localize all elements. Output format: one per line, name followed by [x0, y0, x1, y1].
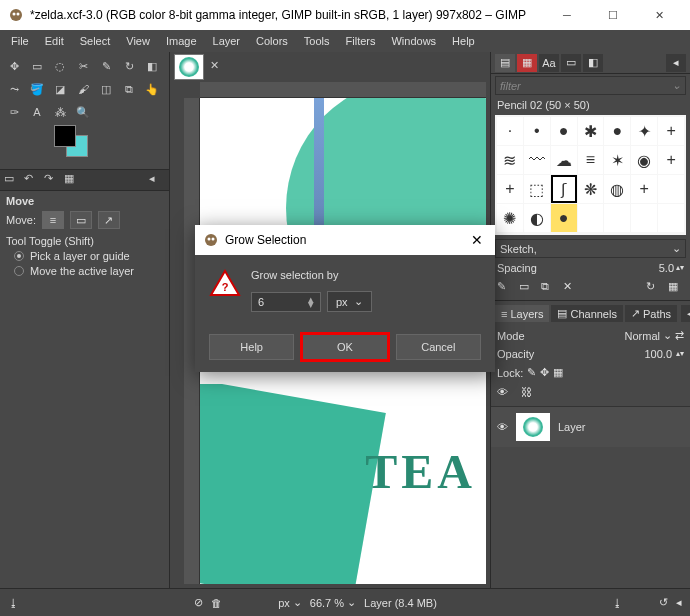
menu-colors[interactable]: Colors	[249, 33, 295, 49]
eye-icon[interactable]: 👁	[497, 386, 513, 402]
grow-amount-input[interactable]: 6 ▴▾	[251, 292, 321, 312]
move-mode-selection[interactable]: ▭	[70, 211, 92, 229]
window-maximize-button[interactable]: ☐	[590, 0, 636, 30]
radio-pick-layer[interactable]: Pick a layer or guide	[6, 250, 163, 262]
brush-actions: ✎ ▭ ⧉ ✕ ↻ ▦	[491, 276, 690, 301]
tab-tool-options-icon[interactable]: ▭	[4, 172, 20, 188]
ok-button[interactable]: OK	[302, 334, 387, 360]
edit-brush-icon[interactable]: ✎	[497, 280, 513, 296]
lock-position-icon[interactable]: ✥	[540, 366, 549, 379]
tool-move[interactable]: ✥	[4, 56, 24, 76]
tool-smudge[interactable]: 👆	[142, 79, 162, 99]
menu-edit[interactable]: Edit	[38, 33, 71, 49]
unit-select[interactable]: px ⌄	[327, 291, 372, 312]
chevron-down-icon: ⌄	[354, 295, 363, 308]
document-tab[interactable]	[174, 54, 204, 80]
tab-device-status-icon[interactable]: ↶	[24, 172, 40, 188]
unit-select[interactable]: px ⌄	[278, 596, 302, 609]
tab-gradients-icon[interactable]: ◧	[583, 54, 603, 72]
brush-grid[interactable]: ·•●✱●✦+ ≋〰☁≡✶◉+ +⬚ʃ❋◍+ ✺◐●	[495, 115, 686, 235]
tab-document-history-icon[interactable]: ▭	[561, 54, 581, 72]
spinner-arrows-icon[interactable]: ▴▾	[676, 265, 684, 271]
tab-patterns-icon[interactable]: ▦	[517, 54, 537, 72]
tab-layers[interactable]: ≡Layers	[495, 305, 549, 322]
move-mode-path[interactable]: ↗	[98, 211, 120, 229]
opacity-value[interactable]: 100.0	[644, 348, 672, 360]
menu-layer[interactable]: Layer	[206, 33, 248, 49]
duplicate-brush-icon[interactable]: ⧉	[541, 280, 557, 296]
menu-view[interactable]: View	[119, 33, 157, 49]
delete-brush-icon[interactable]: ✕	[563, 280, 579, 296]
status-close-icon[interactable]: 🗑	[211, 597, 222, 609]
spinner-arrows-icon[interactable]: ▴▾	[676, 351, 684, 357]
dock-menu-right-icon[interactable]: ◂	[666, 54, 686, 72]
open-as-image-icon[interactable]: ▦	[668, 280, 684, 296]
document-tabs: ✕	[170, 52, 490, 82]
tool-rect-select[interactable]: ▭	[27, 56, 47, 76]
close-tab-icon[interactable]: ✕	[210, 59, 226, 75]
link-icon[interactable]: ⛓	[521, 386, 537, 402]
tool-free-select[interactable]: ◌	[50, 56, 70, 76]
menu-select[interactable]: Select	[73, 33, 118, 49]
tab-brushes-icon[interactable]: ▤	[495, 54, 515, 72]
tool-text[interactable]: A	[27, 102, 47, 122]
tool-gradient[interactable]: ◪	[50, 79, 70, 99]
cancel-button[interactable]: Cancel	[396, 334, 481, 360]
tool-paths[interactable]: ✑	[4, 102, 24, 122]
tool-fuzzy-select[interactable]: ✂	[73, 56, 93, 76]
menu-filters[interactable]: Filters	[339, 33, 383, 49]
tab-paths[interactable]: ↗Paths	[625, 305, 677, 322]
dock-menu-bottom-icon[interactable]: ◂	[681, 305, 690, 322]
tab-undo-history-icon[interactable]: ↷	[44, 172, 60, 188]
tool-eraser[interactable]: ◫	[96, 79, 116, 99]
brush-preset-select[interactable]: Sketch, ⌄	[495, 239, 686, 258]
tool-clone[interactable]: ⧉	[119, 79, 139, 99]
status-save-icon[interactable]: ⭳	[8, 597, 19, 609]
right-dock-tabs-top: ▤ ▦ Aa ▭ ◧ ◂	[491, 52, 690, 74]
ruler-horizontal[interactable]	[200, 82, 486, 98]
tab-fonts-icon[interactable]: Aa	[539, 54, 559, 72]
radio-move-active[interactable]: Move the active layer	[6, 265, 163, 277]
zoom-select[interactable]: 66.7 % ⌄	[310, 596, 356, 609]
help-button[interactable]: Help	[209, 334, 294, 360]
status-reset-icon[interactable]: ↺	[659, 596, 668, 609]
brush-filter-input[interactable]: filter ⌄	[495, 76, 686, 95]
tool-color-picker[interactable]: ⁂	[50, 102, 70, 122]
eye-icon[interactable]: 👁	[497, 421, 508, 433]
new-brush-icon[interactable]: ▭	[519, 280, 535, 296]
status-download-icon[interactable]: ⭳	[612, 597, 623, 609]
dialog-close-button[interactable]: ✕	[467, 232, 487, 248]
svg-point-5	[212, 238, 215, 241]
tab-images-icon[interactable]: ▦	[64, 172, 80, 188]
layer-row[interactable]: 👁 Layer	[491, 407, 690, 447]
status-cancel-icon[interactable]: ⊘	[194, 596, 203, 609]
window-close-button[interactable]: ✕	[636, 0, 682, 30]
tool-paintbrush[interactable]: 🖌	[73, 79, 93, 99]
lock-pixels-icon[interactable]: ✎	[527, 366, 536, 379]
tool-measure[interactable]: 🔍	[73, 102, 93, 122]
window-minimize-button[interactable]: ─	[544, 0, 590, 30]
status-more-icon[interactable]: ◂	[676, 596, 682, 609]
menu-windows[interactable]: Windows	[384, 33, 443, 49]
tool-rotate[interactable]: ↻	[119, 56, 139, 76]
menu-tools[interactable]: Tools	[297, 33, 337, 49]
mode-switch-icon[interactable]: ⇄	[675, 329, 684, 342]
window-title: *zelda.xcf-3.0 (RGB color 8-bit gamma in…	[30, 8, 544, 22]
lock-alpha-icon[interactable]: ▦	[553, 366, 563, 379]
mode-select[interactable]: Normal ⌄ ⇄	[625, 329, 684, 342]
tool-crop[interactable]: ✎	[96, 56, 116, 76]
move-mode-layer[interactable]: ≡	[42, 211, 64, 229]
layer-name[interactable]: Layer	[558, 421, 586, 433]
menu-image[interactable]: Image	[159, 33, 204, 49]
tool-transform[interactable]: ◧	[142, 56, 162, 76]
spinner-arrows-icon[interactable]: ▴▾	[308, 297, 314, 307]
refresh-brushes-icon[interactable]: ↻	[646, 280, 662, 296]
tab-channels[interactable]: ▤Channels	[551, 305, 622, 322]
spacing-value[interactable]: 5.0	[659, 262, 674, 274]
foreground-color[interactable]	[54, 125, 76, 147]
tool-warp[interactable]: ⤳	[4, 79, 24, 99]
dock-menu-icon[interactable]: ◂	[149, 172, 165, 188]
tool-bucket-fill[interactable]: 🪣	[27, 79, 47, 99]
menu-file[interactable]: File	[4, 33, 36, 49]
menu-help[interactable]: Help	[445, 33, 482, 49]
